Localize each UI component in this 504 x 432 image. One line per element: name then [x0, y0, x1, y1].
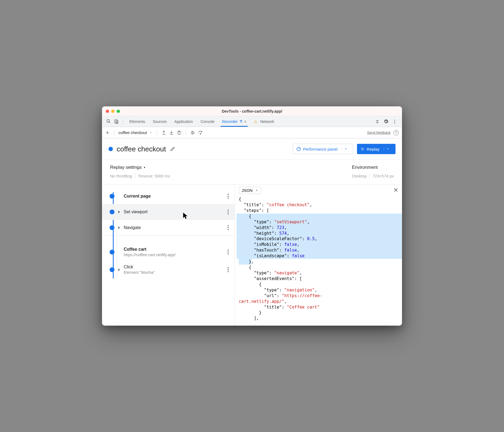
tab-label: Network	[260, 119, 274, 124]
help-icon[interactable]: ?	[393, 130, 399, 135]
close-code-button[interactable]: ✕	[393, 187, 398, 194]
replay-button[interactable]: Replay	[357, 144, 395, 154]
step-title: Click	[124, 265, 222, 269]
step-node-icon	[110, 250, 114, 255]
step-menu-icon[interactable]	[226, 266, 230, 274]
replay-label: Replay	[367, 147, 379, 151]
step-title: Navigate	[124, 225, 222, 230]
recording-name-label: coffee checkout	[119, 130, 147, 135]
step-row[interactable]: Navigate	[102, 220, 235, 236]
caret-down-icon	[255, 189, 258, 192]
replay-settings-toggle[interactable]: Replay settings	[110, 165, 352, 170]
step-subtitle: https://coffee-cart.netlify.app/	[124, 252, 222, 257]
steps-panel: Current pageSet viewportNavigateCoffee c…	[102, 185, 235, 326]
tab-recorder[interactable]: Recorder⚗×	[218, 116, 250, 127]
step-over-icon[interactable]	[198, 130, 203, 135]
caret-down-icon	[386, 147, 390, 151]
step-row[interactable]: ClickElement "Mocha"	[102, 261, 235, 278]
device-toggle-icon[interactable]	[114, 119, 119, 124]
step-title: Current page	[124, 194, 222, 199]
caret-right-icon	[143, 166, 146, 169]
tab-console[interactable]: Console	[197, 116, 218, 127]
warning-icon: ⚠	[254, 119, 257, 124]
step-node-icon	[110, 209, 114, 214]
recording-selector[interactable]: coffee checkout	[119, 130, 152, 135]
gauge-icon	[296, 147, 301, 151]
performance-panel-dropdown[interactable]	[342, 147, 350, 151]
main-tabbar: ElementsSourcesApplicationConsoleRecorde…	[102, 116, 402, 127]
format-label: JSON	[242, 188, 253, 193]
timeout-value: Timeout: 5000 ms	[138, 174, 170, 178]
settings-row: Replay settings No throttling Timeout: 5…	[102, 160, 402, 185]
titlebar: DevTools - coffee-cart.netlify.app/	[102, 106, 402, 116]
window-title: DevTools - coffee-cart.netlify.app/	[102, 109, 402, 113]
expand-arrow-icon[interactable]	[118, 226, 120, 229]
expand-arrow-icon[interactable]	[118, 268, 120, 271]
devtools-window: DevTools - coffee-cart.netlify.app/ Elem…	[102, 106, 402, 326]
step-icon[interactable]	[190, 130, 195, 135]
svg-point-5	[394, 122, 395, 123]
step-node-icon	[110, 194, 114, 199]
step-node-icon	[110, 225, 114, 230]
recording-title: coffee checkout	[117, 145, 166, 153]
step-menu-icon[interactable]	[226, 208, 230, 216]
close-tab-icon[interactable]: ×	[244, 119, 246, 124]
viewport-value: 723×574 px	[372, 174, 394, 178]
step-title: Set viewport	[124, 209, 222, 214]
code-panel: JSON ✕ { "title": "coffee checkout", "st…	[235, 185, 402, 326]
step-title: Coffee cart	[124, 247, 222, 252]
tab-label: Elements	[129, 119, 145, 124]
svg-point-4	[394, 121, 395, 122]
step-menu-icon[interactable]	[226, 248, 230, 256]
kebab-menu-icon[interactable]	[392, 119, 397, 124]
more-tabs-icon[interactable]	[375, 119, 380, 124]
import-icon[interactable]	[169, 130, 174, 135]
recording-header: coffee checkout Performance panel Replay	[102, 138, 402, 160]
step-node-icon	[110, 267, 114, 272]
caret-down-icon	[344, 147, 347, 151]
recorder-toolbar: coffee checkout Send feedback ?	[102, 127, 402, 138]
new-recording-icon[interactable]	[105, 131, 110, 135]
play-icon	[361, 147, 365, 151]
performance-panel-label: Performance panel	[303, 147, 338, 151]
svg-point-6	[200, 134, 201, 134]
step-menu-icon[interactable]	[226, 224, 230, 232]
edit-pencil-icon[interactable]	[170, 146, 175, 152]
tab-label: Recorder	[222, 119, 238, 124]
tab-network[interactable]: ⚠Network	[250, 116, 278, 127]
export-icon[interactable]	[161, 130, 166, 135]
format-selector[interactable]: JSON	[239, 187, 261, 194]
environment-label: Environment	[352, 165, 394, 170]
tab-label: Application	[174, 119, 193, 124]
tab-label: Sources	[153, 119, 167, 124]
status-dot-icon	[109, 147, 113, 151]
settings-gear-icon[interactable]	[384, 119, 388, 124]
tab-elements[interactable]: Elements	[126, 116, 149, 127]
step-row[interactable]: Current page	[102, 188, 235, 204]
delete-icon[interactable]	[177, 130, 181, 135]
experiment-icon: ⚗	[239, 119, 243, 123]
device-value: Desktop	[352, 174, 367, 178]
send-feedback-link[interactable]: Send feedback	[367, 131, 391, 135]
throttle-value: No throttling	[110, 174, 132, 178]
tab-application[interactable]: Application	[171, 116, 197, 127]
svg-point-3	[394, 120, 395, 120]
tab-label: Console	[200, 119, 214, 124]
step-menu-icon[interactable]	[226, 192, 230, 200]
performance-panel-button[interactable]: Performance panel	[293, 144, 353, 154]
replay-settings-label: Replay settings	[110, 165, 142, 170]
step-subtitle: Element "Mocha"	[124, 270, 222, 275]
replay-dropdown[interactable]	[384, 147, 392, 151]
chevron-down-icon	[149, 131, 152, 134]
inspect-element-icon[interactable]	[106, 119, 111, 124]
tab-sources[interactable]: Sources	[149, 116, 170, 127]
step-row[interactable]: Set viewport	[102, 204, 235, 220]
expand-arrow-icon[interactable]	[118, 211, 120, 213]
code-viewer[interactable]: { "title": "coffee checkout", "steps": […	[235, 196, 402, 326]
step-row[interactable]: Coffee carthttps://coffee-cart.netlify.a…	[102, 243, 235, 261]
